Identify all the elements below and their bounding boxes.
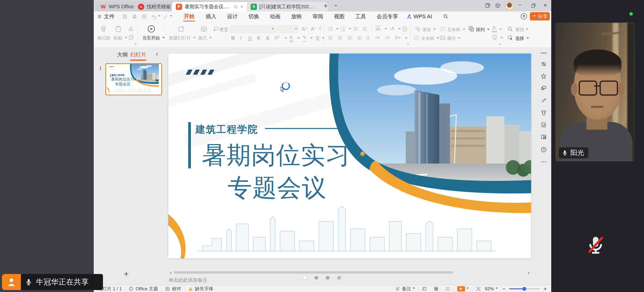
undo-icon[interactable] [151, 14, 157, 19]
tab-list-chevron-icon[interactable] [335, 5, 337, 8]
zoom-percent[interactable]: 92% [485, 286, 494, 291]
design-theme-icon[interactable] [540, 109, 547, 116]
char-spacing-icon[interactable]: ab [376, 26, 380, 32]
zoom-slider-thumb[interactable] [522, 287, 526, 291]
tab-presentation-active[interactable]: P 暑期实习专题会议.pptx × [172, 2, 252, 12]
textbox2-icon[interactable] [413, 35, 420, 41]
select-icon[interactable] [507, 35, 513, 41]
format-painter-label[interactable]: 格式刷 [97, 35, 110, 41]
align-right-icon[interactable] [347, 35, 353, 41]
reading-view-icon[interactable] [445, 286, 450, 291]
menu-tab-transition[interactable]: 切换 [248, 13, 259, 20]
slide-thumbnail[interactable]: 建筑工程学院 暑期岗位实习 专题会议 [106, 63, 162, 95]
arrange-label[interactable]: 排列 [476, 27, 485, 33]
justify-icon[interactable] [356, 35, 363, 41]
clipboard-dialog-launcher-icon[interactable] [134, 42, 137, 46]
multi-window-icon[interactable] [485, 3, 490, 9]
tab-pin-icon[interactable] [234, 5, 238, 9]
picture-icon[interactable] [440, 35, 446, 41]
arrange-icon[interactable] [468, 25, 474, 32]
new-slide-icon[interactable] [178, 25, 185, 33]
menu-tab-home[interactable]: 开始 [183, 11, 195, 22]
h-scroll-thumb[interactable] [174, 271, 453, 273]
shapes-label[interactable]: 形状 [422, 27, 431, 33]
align-center-icon[interactable] [337, 35, 343, 41]
zoom-slider[interactable] [509, 288, 540, 289]
minimize-icon[interactable]: − [518, 2, 522, 8]
distribute-text-icon[interactable]: ⟨⟩ [366, 35, 370, 40]
dot[interactable] [314, 276, 318, 279]
tab-readonly-sheet[interactable]: S [只读]建筑工程学院2023级岗位实习 [247, 2, 328, 12]
underline-button[interactable]: U [248, 35, 252, 41]
cut-icon[interactable] [128, 26, 134, 32]
panel-collapse-icon[interactable]: ‹ [156, 50, 158, 58]
dot[interactable] [326, 276, 330, 279]
bold-button[interactable]: B [231, 35, 235, 41]
menu-file[interactable]: 文件 [104, 13, 114, 20]
proofing-icon[interactable] [165, 286, 170, 291]
normal-view-icon[interactable] [422, 286, 427, 291]
reset-label[interactable]: 重置 [220, 27, 228, 33]
line-spacing-icon[interactable]: ⇕≡ [394, 35, 401, 40]
picture-label[interactable]: 图片 [447, 36, 456, 41]
more-tools-icon[interactable] [540, 159, 547, 165]
textbox-icon[interactable] [440, 26, 446, 32]
text-sort-icon[interactable]: ↓A [389, 26, 394, 31]
restore-icon[interactable] [531, 3, 536, 8]
cloud-upload-icon[interactable] [520, 13, 528, 20]
slide-sorter-view-icon[interactable] [434, 286, 438, 291]
animation-pane-icon[interactable] [540, 85, 547, 91]
clear-format-icon[interactable]: ◊ [319, 26, 322, 31]
h-scroll-right-arrow[interactable] [528, 271, 531, 274]
h-scrollbar[interactable] [168, 271, 531, 274]
reference-search-icon[interactable] [540, 134, 547, 140]
slide-canvas[interactable]: 建筑工程学院 暑期岗位实习 专题会议 [168, 54, 531, 258]
save-icon[interactable] [122, 14, 128, 19]
decrease-font-icon[interactable]: A⁻ [311, 26, 317, 32]
align-left-icon[interactable] [327, 35, 334, 41]
layout-label[interactable]: 版式 [198, 35, 207, 41]
docer-resources-icon[interactable] [540, 122, 547, 128]
tab-docer-templates[interactable]: ❧ 找稻壳模板 [134, 2, 178, 12]
copy-icon[interactable] [128, 35, 134, 40]
textbox-label[interactable]: 文本框 [447, 27, 460, 33]
slide-title-line1[interactable]: 暑期岗位实习 [202, 139, 350, 172]
fit-slide-icon[interactable] [476, 286, 481, 291]
highlight-color-button[interactable]: ✎ [302, 35, 307, 42]
slide-college-text[interactable]: 建筑工程学院 [196, 123, 258, 136]
new-tab-icon[interactable] [323, 3, 328, 9]
slideshow-play-button[interactable] [457, 286, 465, 291]
add-slide-button[interactable]: + [124, 269, 129, 279]
increase-indent-icon[interactable] [362, 26, 368, 32]
close-window-icon[interactable]: × [544, 2, 547, 9]
paste-icon[interactable] [114, 25, 122, 33]
quickbar-chevron-icon[interactable] [170, 15, 172, 18]
panel-tab-outline[interactable]: 大纲 [117, 51, 128, 58]
favorites-star-icon[interactable] [540, 73, 547, 79]
tab-wps-office[interactable]: W WPS Office [96, 2, 140, 12]
format-painter-icon[interactable] [100, 25, 107, 33]
font-family-select[interactable] [230, 25, 276, 33]
properties-sliders-icon[interactable] [540, 61, 547, 67]
shapes-icon[interactable] [415, 26, 421, 32]
hamburger-icon[interactable] [97, 14, 102, 19]
theme-name[interactable]: Office 主题 [136, 286, 158, 292]
help-icon[interactable] [540, 147, 547, 153]
menu-tab-view[interactable]: 视图 [334, 13, 344, 20]
shape-outline-icon[interactable] [492, 34, 498, 40]
paragraph-dialog-launcher-icon[interactable] [406, 42, 410, 46]
print-preview-icon[interactable] [142, 14, 147, 19]
menu-tab-member[interactable]: 会员专享 [377, 13, 398, 20]
strikethrough-button[interactable]: S [257, 35, 260, 41]
menu-wps-ai[interactable]: WPS AI [414, 13, 432, 20]
increase-font-icon[interactable]: A⁺ [302, 26, 308, 32]
find-label[interactable]: 查找 [515, 27, 524, 33]
participant-video[interactable]: 阳光 [555, 23, 634, 161]
new-slide-label[interactable]: 新建幻灯片 [169, 35, 191, 41]
missing-font-label[interactable]: 缺失字体 [195, 286, 214, 292]
notes-toggle-label[interactable]: 备注 [402, 286, 411, 292]
row-spacing-down-icon[interactable]: ↓≡ [385, 35, 390, 40]
italic-button[interactable]: I [240, 35, 242, 41]
play-from-page-icon[interactable] [147, 25, 156, 33]
pinyin-guide-button[interactable]: 文 [315, 35, 320, 42]
